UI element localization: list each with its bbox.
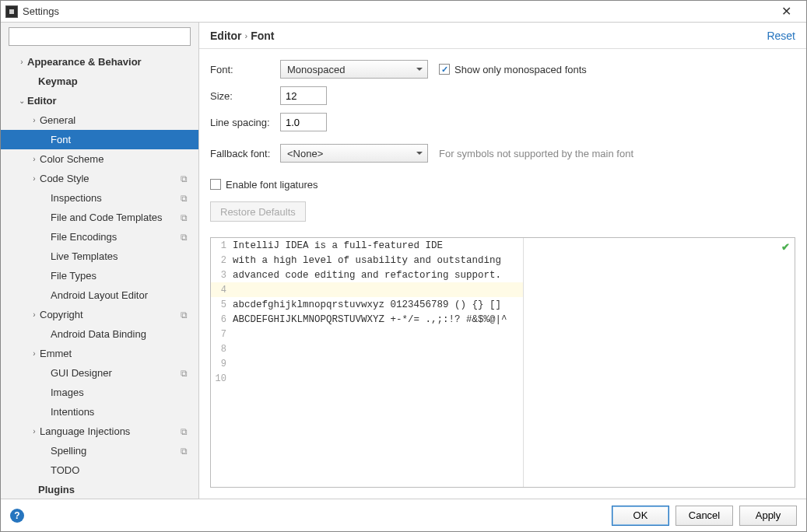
sidebar-item-language-injections[interactable]: ›Language Injections⧉ [1, 422, 198, 441]
sidebar-item-plugins[interactable]: Plugins [1, 480, 198, 499]
preview-line: 8 [211, 341, 523, 356]
sidebar-item-label: File and Code Templates [51, 212, 181, 223]
copy-icon: ⧉ [181, 368, 192, 379]
sidebar-item-label: Plugins [38, 484, 192, 495]
sidebar-item-label: Keymap [38, 75, 192, 87]
chevron-right-icon: › [29, 310, 40, 319]
breadcrumb-part: Editor [210, 30, 241, 42]
app-icon [5, 5, 18, 18]
restore-defaults-button[interactable]: Restore Defaults [210, 201, 306, 222]
sidebar-item-android-layout-editor[interactable]: Android Layout Editor [1, 285, 198, 305]
chevron-right-icon: › [16, 58, 27, 66]
sidebar-item-label: Editor [27, 95, 192, 107]
sidebar-item-gui-designer[interactable]: GUI Designer⧉ [1, 363, 198, 383]
sidebar-item-label: Color Scheme [40, 153, 192, 165]
sidebar-item-label: TODO [51, 464, 192, 476]
sidebar-item-color-scheme[interactable]: ›Color Scheme [1, 149, 198, 169]
size-input[interactable] [280, 86, 327, 105]
fallback-label: Fallback font: [210, 148, 280, 159]
line-number: 8 [211, 344, 233, 355]
sidebar-item-appearance-behavior[interactable]: ›Appearance & Behavior [1, 52, 198, 72]
sidebar-item-keymap[interactable]: Keymap [1, 72, 198, 91]
ligatures-checkbox[interactable]: Enable font ligatures [210, 179, 318, 191]
sidebar-item-label: File Types [51, 270, 192, 282]
copy-icon: ⧉ [181, 193, 192, 204]
sidebar-item-inspections[interactable]: Inspections⧉ [1, 188, 198, 208]
sidebar-item-label: Emmet [40, 348, 192, 359]
copy-icon: ⧉ [181, 232, 192, 243]
sidebar-item-android-data-binding[interactable]: Android Data Binding [1, 324, 198, 344]
font-label: Font: [210, 64, 280, 75]
sidebar-item-copyright[interactable]: ›Copyright⧉ [1, 305, 198, 324]
chevron-right-icon: › [29, 427, 40, 436]
preview-line: 5abcdefghijklmnopqrstuvwxyz 0123456789 (… [211, 297, 523, 312]
sidebar-item-font[interactable]: Font [1, 130, 198, 149]
code-text: with a high level of usability and outst… [233, 255, 523, 266]
sidebar-item-code-style[interactable]: ›Code Style⧉ [1, 169, 198, 188]
check-icon: ✔ [781, 241, 790, 253]
sidebar-item-label: Live Templates [51, 250, 192, 262]
fallback-hint: For symbols not supported by the main fo… [439, 148, 633, 159]
line-number: 7 [211, 329, 233, 340]
font-select[interactable]: Monospaced [280, 60, 428, 79]
sidebar-item-label: Code Style [40, 173, 181, 184]
copy-icon: ⧉ [181, 173, 192, 184]
ok-button[interactable]: OK [612, 506, 669, 526]
close-icon[interactable]: ✕ [770, 4, 802, 19]
settings-tree: ›Appearance & BehaviorKeymap⌄Editor›Gene… [1, 51, 198, 499]
sidebar-item-todo[interactable]: TODO [1, 460, 198, 480]
preview-line: 10 [211, 371, 523, 386]
line-number: 5 [211, 299, 233, 310]
preview-line: 9 [211, 356, 523, 371]
copy-icon: ⧉ [181, 212, 192, 223]
sidebar-item-label: Language Injections [40, 425, 181, 437]
line-number: 2 [211, 255, 233, 266]
preview-panel: 1IntelliJ IDEA is a full-featured IDE2wi… [210, 237, 795, 488]
sidebar-item-label: GUI Designer [51, 367, 181, 379]
sidebar-item-label: File Encodings [51, 231, 181, 243]
cancel-button[interactable]: Cancel [675, 506, 733, 526]
preview-line: 2with a high level of usability and outs… [211, 253, 523, 268]
copy-icon: ⧉ [181, 446, 192, 457]
preview-line: 1IntelliJ IDEA is a full-featured IDE [211, 238, 523, 253]
preview-line: 4 [211, 282, 523, 297]
reset-link[interactable]: Reset [767, 30, 795, 42]
chevron-right-icon: › [29, 349, 40, 358]
window-title: Settings [23, 5, 770, 17]
line-spacing-input[interactable] [280, 113, 327, 131]
checkbox-icon [210, 179, 221, 190]
sidebar-item-label: General [40, 114, 192, 126]
sidebar-item-intentions[interactable]: Intentions [1, 402, 198, 422]
checkbox-label: Show only monospaced fonts [454, 64, 587, 75]
chevron-right-icon: › [29, 155, 40, 163]
preview-line: 6ABCDEFGHIJKLMNOPQRSTUVWXYZ +-*/= .,;:!?… [211, 312, 523, 327]
sidebar-item-file-types[interactable]: File Types [1, 266, 198, 285]
sidebar-item-spelling[interactable]: Spelling⧉ [1, 441, 198, 460]
sidebar-item-label: Images [51, 387, 192, 398]
apply-button[interactable]: Apply [739, 506, 797, 526]
sidebar-item-images[interactable]: Images [1, 383, 198, 402]
footer: ? OK Cancel Apply [1, 499, 806, 531]
fallback-select[interactable]: <None> [280, 144, 428, 163]
main-panel: Editor › Font Reset Font: Monospaced Sho… [199, 23, 806, 499]
breadcrumb: Editor › Font [210, 30, 274, 42]
chevron-right-icon: › [29, 174, 40, 183]
sidebar-item-label: Appearance & Behavior [27, 56, 192, 68]
preview-line: 7 [211, 327, 523, 341]
sidebar-item-emmet[interactable]: ›Emmet [1, 344, 198, 363]
search-input[interactable] [9, 27, 191, 46]
sidebar-item-label: Inspections [51, 192, 181, 204]
sidebar-item-file-and-code-templates[interactable]: File and Code Templates⧉ [1, 208, 198, 227]
sidebar-item-live-templates[interactable]: Live Templates [1, 247, 198, 266]
sidebar-item-label: Android Layout Editor [51, 289, 192, 301]
line-number: 3 [211, 270, 233, 281]
preview-code: 1IntelliJ IDEA is a full-featured IDE2wi… [211, 238, 523, 386]
mono-only-checkbox[interactable]: Show only monospaced fonts [439, 64, 587, 75]
checkbox-label: Enable font ligatures [226, 179, 318, 191]
sidebar-item-file-encodings[interactable]: File Encodings⧉ [1, 227, 198, 247]
sidebar-item-editor[interactable]: ⌄Editor [1, 91, 198, 110]
sidebar-item-general[interactable]: ›General [1, 110, 198, 130]
code-text: ABCDEFGHIJKLMNOPQRSTUVWXYZ +-*/= .,;:!? … [233, 314, 523, 325]
help-button[interactable]: ? [10, 509, 24, 523]
titlebar: Settings ✕ [1, 1, 806, 23]
